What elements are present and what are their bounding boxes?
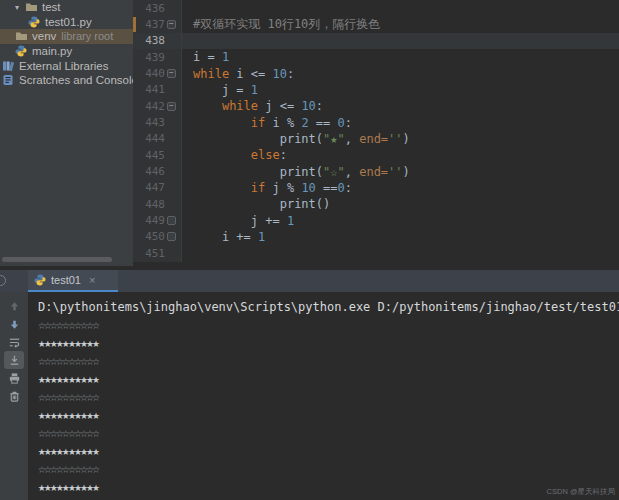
line-number: 438	[133, 34, 165, 47]
python-icon	[15, 45, 28, 57]
output-line-hollow-stars: ☆☆☆☆☆☆☆☆☆☆	[38, 424, 619, 442]
code-editor[interactable]: 436437−#双循环实现 10行10列，隔行换色438439i = 1440−…	[133, 0, 619, 270]
project-tree: ▾testtest01.pyvenvlibrary rootmain.pyExt…	[0, 0, 133, 88]
fold-marker-icon[interactable]: −	[165, 69, 178, 78]
code-line-438[interactable]: 438	[133, 33, 619, 49]
code-line-436[interactable]: 436	[133, 0, 619, 16]
console-command-line: D:\pythonitems\jinghao\venv\Scripts\pyth…	[38, 298, 619, 316]
output-line-hollow-stars: ☆☆☆☆☆☆☆☆☆☆	[38, 388, 619, 406]
code-line-441[interactable]: 441 j = 1	[133, 82, 619, 98]
output-line-hollow-stars: ☆☆☆☆☆☆☆☆☆☆	[38, 460, 619, 478]
folder-icon	[15, 30, 28, 42]
code-line-437[interactable]: 437−#双循环实现 10行10列，隔行换色	[133, 16, 619, 32]
output-line-hollow-stars: ☆☆☆☆☆☆☆☆☆☆	[38, 316, 619, 334]
tree-item-main-py[interactable]: main.py	[0, 44, 133, 59]
up-arrow-icon[interactable]	[4, 297, 24, 315]
gutter-line-444[interactable]: 444	[133, 131, 182, 147]
expand-chevron-icon[interactable]: ▾	[15, 3, 24, 12]
code-line-445[interactable]: 445 else:	[133, 147, 619, 163]
code-line-448[interactable]: 448 print()	[133, 196, 619, 212]
code-text: else:	[182, 148, 287, 162]
code-text: j = 1	[182, 83, 258, 97]
soft-wrap-icon[interactable]	[4, 333, 24, 351]
gutter-line-436[interactable]: 436	[133, 0, 182, 16]
line-number: 436	[133, 2, 165, 15]
down-arrow-icon[interactable]	[4, 315, 24, 333]
tree-item-label: External Libraries	[19, 60, 108, 72]
tree-item-label: main.py	[32, 45, 72, 57]
tree-item-external-libraries[interactable]: External Libraries	[0, 58, 133, 73]
tree-item-label: test01.py	[45, 16, 92, 28]
project-panel-hscrollbar-thumb[interactable]	[2, 257, 112, 262]
code-line-444[interactable]: 444 print("★", end='')	[133, 131, 619, 147]
code-line-446[interactable]: 446 print("☆", end='')	[133, 163, 619, 179]
console-output[interactable]: D:\pythonitems\jinghao\venv\Scripts\pyth…	[28, 292, 619, 500]
console-tab-label: test01	[51, 274, 81, 286]
gutter-line-437[interactable]: 437−	[133, 16, 182, 32]
project-panel: ▾testtest01.pyvenvlibrary rootmain.pyExt…	[0, 0, 133, 266]
fold-marker-icon[interactable]: −	[165, 102, 178, 111]
changed-line-marker	[133, 17, 136, 31]
output-line-filled-stars: ★★★★★★★★★★	[38, 334, 619, 352]
fold-marker-icon[interactable]: −	[165, 20, 178, 29]
gutter-line-448[interactable]: 448	[133, 196, 182, 212]
fold-marker-icon[interactable]	[165, 232, 178, 241]
tree-item-secondary-label: library root	[61, 30, 113, 42]
code-text: if j % 10 ==0:	[182, 181, 352, 195]
run-toolwindow-tabbar: test01 ×	[0, 270, 619, 292]
code-line-449[interactable]: 449 j += 1	[133, 212, 619, 228]
gutter-line-443[interactable]: 443	[133, 114, 182, 130]
gutter-line-442[interactable]: 442−	[133, 98, 182, 114]
gutter-line-447[interactable]: 447	[133, 180, 182, 196]
code-line-447[interactable]: 447 if j % 10 ==0:	[133, 180, 619, 196]
gutter-line-441[interactable]: 441	[133, 82, 182, 98]
scroll-to-end-icon[interactable]	[4, 351, 24, 369]
gutter-line-440[interactable]: 440−	[133, 65, 182, 81]
libraries-icon	[2, 60, 15, 72]
gutter-line-438[interactable]: 438	[133, 33, 182, 49]
gutter-line-449[interactable]: 449	[133, 212, 182, 228]
code-text: i += 1	[182, 230, 265, 244]
output-line-filled-stars: ★★★★★★★★★★	[38, 370, 619, 388]
clear-all-icon[interactable]	[4, 387, 24, 405]
scratches-icon	[2, 74, 15, 86]
tree-item-label: Scratches and Consoles	[19, 74, 133, 86]
tree-item-label: test	[42, 1, 61, 13]
gutter-line-439[interactable]: 439	[133, 49, 182, 65]
close-tab-icon[interactable]: ×	[89, 274, 95, 286]
output-line-filled-stars: ★★★★★★★★★★	[38, 442, 619, 460]
tree-item-test01-py[interactable]: test01.py	[0, 15, 133, 30]
code-text: j += 1	[182, 214, 294, 228]
console-tab-test01[interactable]: test01 ×	[28, 270, 118, 292]
tree-item-scratches-and-consoles[interactable]: Scratches and Consoles	[0, 73, 133, 88]
gutter-line-445[interactable]: 445	[133, 147, 182, 163]
tree-item-venv[interactable]: venvlibrary root	[0, 29, 133, 44]
run-icon	[0, 275, 6, 286]
output-line-filled-stars: ★★★★★★★★★★	[38, 478, 619, 496]
folder-icon	[25, 1, 38, 13]
line-number: 446	[133, 165, 165, 178]
code-line-451[interactable]: 451	[133, 245, 619, 261]
console-toolbar	[0, 292, 28, 500]
fold-marker-icon[interactable]	[165, 216, 178, 225]
gutter-line-446[interactable]: 446	[133, 163, 182, 179]
code-line-439[interactable]: 439i = 1	[133, 49, 619, 65]
code-line-450[interactable]: 450 i += 1	[133, 229, 619, 245]
code-line-443[interactable]: 443 if i % 2 == 0:	[133, 114, 619, 130]
code-text: print()	[182, 197, 330, 211]
code-text: while i <= 10:	[182, 67, 294, 81]
line-number: 441	[133, 83, 165, 96]
line-number: 444	[133, 132, 165, 145]
line-number: 450	[133, 230, 165, 243]
tree-item-test[interactable]: ▾test	[0, 0, 133, 15]
code-line-440[interactable]: 440−while i <= 10:	[133, 65, 619, 81]
line-number: 442	[133, 100, 165, 113]
print-icon[interactable]	[4, 369, 24, 387]
gutter-line-450[interactable]: 450	[133, 229, 182, 245]
code-line-442[interactable]: 442− while j <= 10:	[133, 98, 619, 114]
tree-item-label: venv	[32, 30, 56, 42]
code-text: while j <= 10:	[182, 99, 323, 113]
gutter-line-451[interactable]: 451	[133, 245, 182, 261]
line-number: 451	[133, 247, 165, 260]
watermark: CSDN @星天科技局	[547, 487, 615, 497]
